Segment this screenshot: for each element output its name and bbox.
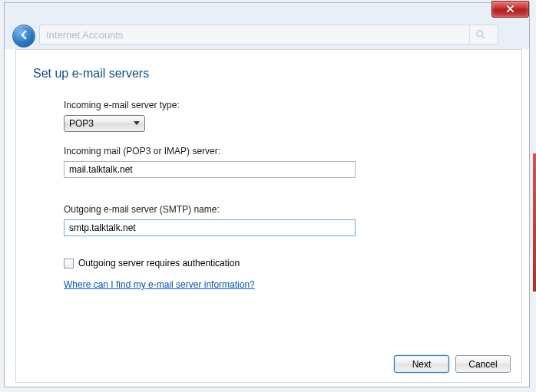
svg-line-1 — [482, 36, 485, 39]
back-button[interactable] — [12, 25, 35, 48]
cancel-button[interactable]: Cancel — [455, 355, 511, 373]
outgoing-server-input[interactable] — [64, 219, 356, 236]
close-button[interactable] — [491, 1, 529, 18]
incoming-type-value: POP3 — [69, 118, 94, 129]
svg-point-0 — [477, 31, 483, 37]
address-bar: Internet Accounts — [39, 25, 498, 44]
search-icon — [469, 25, 491, 44]
decorative-edge — [533, 153, 536, 292]
incoming-type-dropdown[interactable]: POP3 — [64, 115, 145, 132]
back-arrow-icon — [18, 29, 30, 43]
incoming-type-label: Incoming e-mail server type: — [64, 100, 386, 110]
server-info-help-link[interactable]: Where can I find my e-mail server inform… — [64, 279, 255, 290]
wizard-window: Internet Accounts Set up e-mail servers … — [4, 2, 530, 387]
next-button[interactable]: Next — [394, 355, 449, 373]
address-bar-text: Internet Accounts — [46, 29, 123, 41]
form-area: Incoming e-mail server type: POP3 Incomi… — [64, 100, 386, 290]
auth-required-checkbox[interactable] — [64, 259, 74, 268]
page-title: Set up e-mail servers — [33, 67, 149, 81]
outgoing-server-label: Outgoing e-mail server (SMTP) name: — [64, 204, 386, 215]
button-row: Next Cancel — [394, 355, 511, 373]
incoming-server-input[interactable] — [64, 161, 356, 178]
close-icon — [506, 4, 514, 15]
chevron-down-icon — [134, 121, 140, 126]
dialog-panel: Set up e-mail servers Incoming e-mail se… — [15, 49, 522, 383]
auth-required-label: Outgoing server requires authentication — [78, 258, 240, 268]
incoming-server-label: Incoming mail (POP3 or IMAP) server: — [64, 146, 386, 156]
